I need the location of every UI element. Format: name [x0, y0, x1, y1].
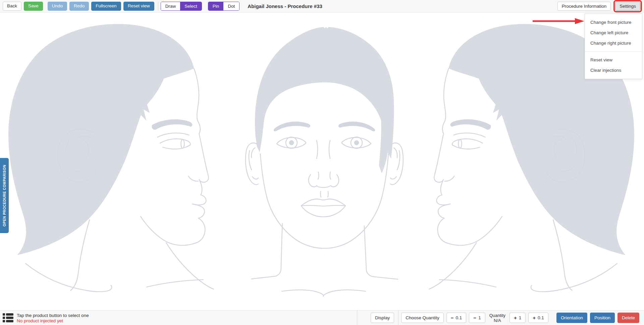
draw-select-toggle: Draw Select — [161, 2, 202, 11]
display-button[interactable]: Display — [371, 313, 394, 323]
increase-01-label: 0.1 — [538, 316, 544, 320]
menu-divider — [585, 51, 642, 52]
menu-item-change-front-picture[interactable]: Change front picture — [585, 17, 642, 28]
decrease-01-button[interactable]: − 0.1 — [446, 313, 467, 323]
plus-icon: + — [533, 315, 536, 320]
redo-button[interactable]: Redo — [69, 2, 89, 11]
increase-1-button[interactable]: + 1 — [509, 313, 526, 323]
decrease-01-label: 0.1 — [456, 316, 462, 320]
open-procedure-comparison-label: OPEN PROCEDURE COMPARISON — [2, 165, 6, 226]
decrease-1-label: 1 — [478, 316, 481, 320]
settings-button[interactable]: Settings — [615, 2, 640, 11]
undo-button[interactable]: Undo — [48, 2, 67, 11]
product-hint-text: Tap the product button to select one No … — [17, 313, 89, 324]
quantity-readout: Quantity N/A — [489, 313, 505, 323]
product-list-icon[interactable] — [3, 313, 13, 323]
menu-item-reset-view[interactable]: Reset view — [585, 55, 642, 65]
pin-dot-toggle: Pin Dot — [208, 2, 240, 11]
menu-item-change-right-picture[interactable]: Change right picture — [585, 38, 642, 48]
orientation-button[interactable]: Orientation — [556, 313, 587, 323]
bottom-toolbar: Tap the product button to select one No … — [0, 310, 644, 325]
save-button[interactable]: Save — [24, 2, 43, 11]
minus-icon: − — [473, 315, 476, 320]
injection-canvas[interactable] — [0, 13, 644, 310]
back-button[interactable]: Back — [3, 2, 21, 11]
reset-view-button[interactable]: Reset view — [123, 2, 154, 11]
top-toolbar: Back Save Undo Redo Fullscreen Reset vie… — [0, 0, 644, 12]
choose-quantity-button[interactable]: Choose Quantity — [401, 313, 444, 323]
increase-1-label: 1 — [519, 316, 522, 320]
open-procedure-comparison-tab[interactable]: OPEN PROCEDURE COMPARISON — [0, 158, 9, 233]
procedure-editor-window: Back Save Undo Redo Fullscreen Reset vie… — [0, 0, 644, 325]
bottom-right-controls: Display Choose Quantity − 0.1 − 1 Quanti… — [357, 313, 639, 323]
decrease-1-button[interactable]: − 1 — [469, 313, 485, 323]
settings-annotation-box: Settings — [613, 0, 642, 12]
increase-01-button[interactable]: + 0.1 — [528, 313, 548, 323]
draw-toggle-button[interactable]: Draw — [161, 2, 180, 10]
product-hint-area: Tap the product button to select one No … — [3, 313, 89, 324]
pin-toggle-button[interactable]: Pin — [208, 2, 224, 10]
left-profile-face-diagram[interactable] — [5, 21, 214, 311]
toolbar-right-group: Procedure Information Settings — [557, 0, 642, 12]
delete-button[interactable]: Delete — [618, 313, 639, 323]
settings-dropdown-menu: Change front picture Change left picture… — [585, 13, 642, 79]
menu-item-change-left-picture[interactable]: Change left picture — [585, 28, 642, 38]
bottom-divider — [357, 311, 357, 325]
minus-icon: − — [451, 315, 454, 320]
fullscreen-button[interactable]: Fullscreen — [91, 2, 121, 11]
page-title: Abigail Joness - Procedure #33 — [248, 3, 322, 9]
product-status-line: No product injected yet — [17, 318, 89, 324]
select-toggle-button[interactable]: Select — [180, 2, 202, 10]
product-hint-line: Tap the product button to select one — [17, 313, 89, 318]
plus-icon: + — [514, 315, 517, 320]
bottom-divider — [398, 311, 398, 325]
menu-item-clear-injections[interactable]: Clear injections — [585, 65, 642, 75]
position-button[interactable]: Position — [590, 313, 615, 323]
front-face-diagram[interactable] — [242, 22, 407, 310]
dot-toggle-button[interactable]: Dot — [223, 2, 239, 10]
toolbar-divider — [158, 2, 158, 11]
procedure-information-button[interactable]: Procedure Information — [557, 2, 611, 11]
quantity-label: Quantity — [489, 313, 505, 318]
annotation-arrow — [532, 18, 584, 24]
quantity-value: N/A — [489, 318, 505, 323]
